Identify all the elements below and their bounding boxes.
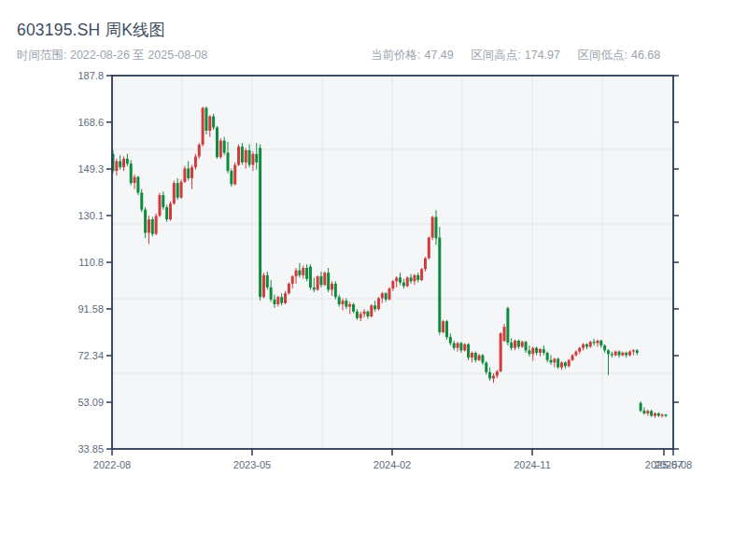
svg-text:91.58: 91.58 [78, 303, 104, 315]
svg-text:72.34: 72.34 [78, 350, 104, 361]
svg-text:33.85: 33.85 [78, 443, 104, 455]
svg-text:2022-08: 2022-08 [93, 459, 131, 470]
kline-svg: 187.8168.6149.3130.1110.891.5872.3453.09… [0, 0, 747, 560]
svg-text:2023-05: 2023-05 [233, 459, 271, 470]
svg-text:187.8: 187.8 [78, 70, 104, 81]
svg-text:2024-02: 2024-02 [374, 459, 411, 470]
svg-text:130.1: 130.1 [78, 210, 104, 221]
svg-text:53.09: 53.09 [78, 397, 104, 408]
svg-text:149.3: 149.3 [78, 163, 104, 175]
svg-text:2025-08: 2025-08 [655, 459, 692, 470]
kline-page: 603195.SH 周K线图 时间范围: 2022-08-26 至 2025-0… [0, 0, 747, 560]
svg-text:2024-11: 2024-11 [514, 459, 551, 470]
svg-text:168.6: 168.6 [78, 117, 104, 128]
candlestick-chart: 187.8168.6149.3130.1110.891.5872.3453.09… [0, 0, 747, 560]
svg-text:110.8: 110.8 [78, 257, 104, 268]
